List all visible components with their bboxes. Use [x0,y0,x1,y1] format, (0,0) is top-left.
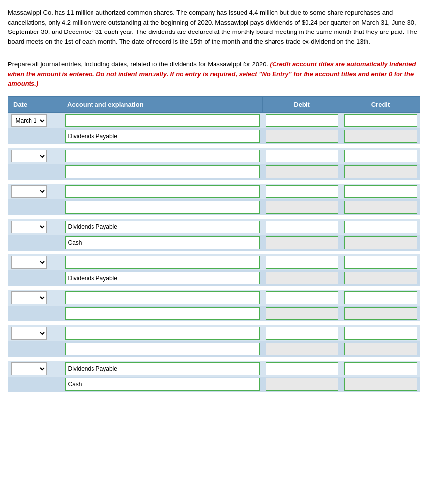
debit-input-1b[interactable] [266,130,338,143]
account-input-4b[interactable] [65,236,260,249]
account-field-5a[interactable] [62,254,263,270]
debit-field-4a[interactable] [263,219,341,235]
debit-input-4a[interactable] [266,220,338,233]
account-field-2b[interactable] [62,164,263,180]
account-input-7b[interactable] [65,343,260,355]
date-select-8[interactable]: Dec 1 Dec 31 No Entry [11,362,47,375]
account-input-2a[interactable] [65,150,260,162]
account-input-3a[interactable] [65,185,260,198]
credit-input-2b[interactable] [344,165,417,178]
debit-field-2b[interactable] [263,164,341,180]
debit-field-5b[interactable] [263,270,341,286]
account-input-5b[interactable] [65,272,260,284]
credit-field-4a[interactable] [341,219,420,235]
credit-input-8a[interactable] [344,362,417,375]
account-field-1a[interactable] [62,112,263,128]
account-field-8a[interactable] [62,361,263,377]
debit-input-4b[interactable] [266,236,338,249]
account-field-5b[interactable] [62,270,263,286]
debit-input-2b[interactable] [266,165,338,178]
date-select-3[interactable]: March 1 March 13 March 15 March 31 June … [11,185,47,198]
account-input-4a[interactable] [65,220,260,233]
account-input-2b[interactable] [65,165,260,178]
debit-field-5a[interactable] [263,254,341,270]
debit-input-1a[interactable] [266,114,338,127]
credit-field-3b[interactable] [341,199,420,215]
account-input-6b[interactable] [65,307,260,320]
credit-field-8b[interactable] [341,377,420,392]
credit-input-6a[interactable] [344,291,417,304]
credit-input-1b[interactable] [344,130,417,143]
credit-input-3b[interactable] [344,201,417,214]
debit-input-3a[interactable] [266,185,338,198]
account-field-7b[interactable] [62,341,263,357]
account-input-7a[interactable] [65,327,260,340]
debit-field-8a[interactable] [263,361,341,377]
account-input-1b[interactable] [65,130,260,143]
credit-input-2a[interactable] [344,150,417,162]
account-field-6a[interactable] [62,290,263,306]
debit-field-6b[interactable] [263,306,341,321]
debit-field-8b[interactable] [263,377,341,392]
account-field-4a[interactable] [62,219,263,235]
credit-input-8b[interactable] [344,378,417,391]
credit-field-6b[interactable] [341,306,420,321]
credit-input-7a[interactable] [344,327,417,340]
account-field-3b[interactable] [62,199,263,215]
credit-field-7b[interactable] [341,341,420,357]
debit-field-7a[interactable] [263,325,341,341]
debit-input-6a[interactable] [266,291,338,304]
debit-field-3b[interactable] [263,199,341,215]
credit-input-5b[interactable] [344,272,417,284]
credit-input-7b[interactable] [344,343,417,355]
account-field-8b[interactable] [62,377,263,392]
account-field-4b[interactable] [62,235,263,251]
credit-field-1a[interactable] [341,112,420,128]
credit-field-2b[interactable] [341,164,420,180]
credit-input-6b[interactable] [344,307,417,320]
credit-field-5b[interactable] [341,270,420,286]
account-input-8a[interactable] [65,362,260,375]
debit-input-5b[interactable] [266,272,338,284]
credit-field-3a[interactable] [341,184,420,199]
account-field-7a[interactable] [62,325,263,341]
debit-input-6b[interactable] [266,307,338,320]
debit-input-5a[interactable] [266,256,338,269]
credit-input-4a[interactable] [344,220,417,233]
debit-field-7b[interactable] [263,341,341,357]
date-select-5[interactable]: June 1 June 30 Sept 1 Sept 30 No Entry [11,256,47,269]
debit-input-3b[interactable] [266,201,338,214]
account-input-1a[interactable] [65,114,260,127]
credit-field-4b[interactable] [341,235,420,251]
date-select-7[interactable]: Sept 1 Sept 30 Dec 1 Dec 31 No Entry [11,327,47,340]
account-field-1b[interactable] [62,128,263,144]
credit-field-2a[interactable] [341,148,420,164]
account-input-3b[interactable] [65,201,260,214]
debit-input-8a[interactable] [266,362,338,375]
debit-input-7b[interactable] [266,343,338,355]
debit-input-8b[interactable] [266,378,338,391]
debit-field-6a[interactable] [263,290,341,306]
credit-field-1b[interactable] [341,128,420,144]
credit-field-7a[interactable] [341,325,420,341]
debit-field-1a[interactable] [263,112,341,128]
account-field-2a[interactable] [62,148,263,164]
account-input-6a[interactable] [65,291,260,304]
debit-field-4b[interactable] [263,235,341,251]
date-select-2[interactable]: March 1 March 13 March 15 March 31 June … [11,150,47,162]
date-select-4[interactable]: March 1 March 31 June 1 June 30 No Entry [11,220,47,233]
credit-field-8a[interactable] [341,361,420,377]
account-field-3a[interactable] [62,184,263,199]
debit-field-3a[interactable] [263,184,341,199]
credit-field-5a[interactable] [341,254,420,270]
credit-field-6a[interactable] [341,290,420,306]
debit-input-7a[interactable] [266,327,338,340]
credit-input-1a[interactable] [344,114,417,127]
account-input-5a[interactable] [65,256,260,269]
debit-input-2a[interactable] [266,150,338,162]
credit-input-4b[interactable] [344,236,417,249]
date-select-6[interactable]: Sept 1 Sept 13 Sept 15 Sept 30 No Entry [11,291,47,304]
account-field-6b[interactable] [62,306,263,321]
account-input-8b[interactable] [65,378,260,391]
debit-field-2a[interactable] [263,148,341,164]
